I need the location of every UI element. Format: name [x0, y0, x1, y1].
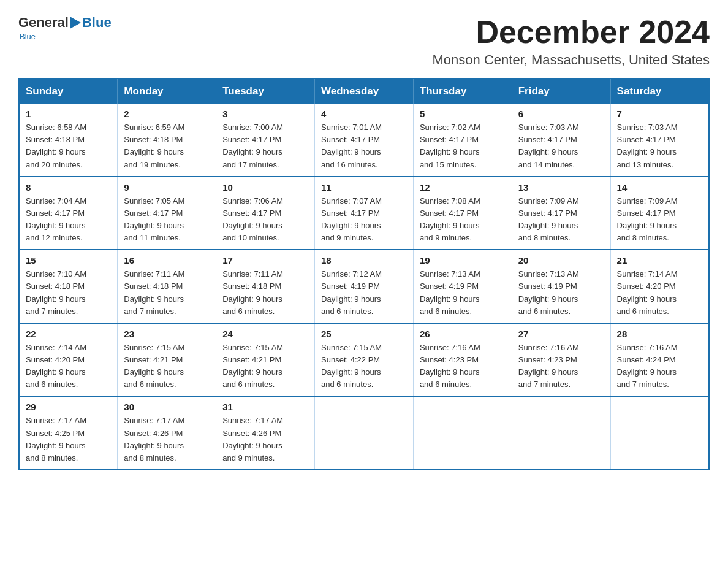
logo-blue-part: Blue	[69, 15, 112, 31]
calendar-cell: 2 Sunrise: 6:59 AM Sunset: 4:18 PM Dayli…	[118, 104, 216, 177]
day-number: 8	[26, 182, 111, 193]
calendar-cell: 25 Sunrise: 7:15 AM Sunset: 4:22 PM Dayl…	[315, 323, 414, 397]
logo-subtitle: Blue	[20, 32, 36, 41]
day-info: Sunrise: 7:15 AM Sunset: 4:21 PM Dayligh…	[124, 343, 184, 389]
day-number: 6	[518, 109, 604, 119]
calendar-cell: 14 Sunrise: 7:09 AM Sunset: 4:17 PM Dayl…	[610, 177, 709, 250]
day-number: 19	[420, 255, 506, 266]
logo-blue-text: Blue	[82, 15, 112, 31]
day-info: Sunrise: 7:02 AM Sunset: 4:17 PM Dayligh…	[420, 123, 480, 169]
day-info: Sunrise: 7:12 AM Sunset: 4:19 PM Dayligh…	[321, 269, 382, 315]
day-info: Sunrise: 7:16 AM Sunset: 4:23 PM Dayligh…	[420, 343, 480, 389]
calendar-cell: 20 Sunrise: 7:13 AM Sunset: 4:19 PM Dayl…	[512, 250, 610, 323]
calendar-cell: 11 Sunrise: 7:07 AM Sunset: 4:17 PM Dayl…	[315, 177, 414, 250]
calendar-cell	[315, 396, 414, 470]
day-number: 25	[321, 329, 407, 339]
logo-triangle-icon	[70, 17, 81, 29]
day-number: 31	[222, 402, 308, 412]
logo-general: General	[18, 15, 69, 31]
page-header: General Blue Blue December 2024 Monson C…	[18, 15, 710, 68]
calendar-cell: 18 Sunrise: 7:12 AM Sunset: 4:19 PM Dayl…	[315, 250, 414, 323]
day-number: 20	[518, 255, 604, 266]
day-number: 22	[26, 329, 111, 339]
day-info: Sunrise: 7:08 AM Sunset: 4:17 PM Dayligh…	[420, 196, 480, 242]
day-number: 13	[518, 182, 604, 193]
day-number: 27	[518, 329, 604, 339]
calendar-cell: 28 Sunrise: 7:16 AM Sunset: 4:24 PM Dayl…	[610, 323, 709, 397]
day-number: 11	[321, 182, 407, 193]
calendar-cell: 30 Sunrise: 7:17 AM Sunset: 4:26 PM Dayl…	[118, 396, 216, 470]
day-info: Sunrise: 7:11 AM Sunset: 4:18 PM Dayligh…	[124, 269, 184, 315]
day-number: 1	[26, 109, 111, 119]
day-number: 10	[222, 182, 308, 193]
calendar-cell: 10 Sunrise: 7:06 AM Sunset: 4:17 PM Dayl…	[216, 177, 315, 250]
calendar-cell	[413, 396, 512, 470]
day-number: 21	[617, 255, 702, 266]
day-number: 16	[124, 255, 210, 266]
calendar-cell: 21 Sunrise: 7:14 AM Sunset: 4:20 PM Dayl…	[610, 250, 709, 323]
calendar-cell: 3 Sunrise: 7:00 AM Sunset: 4:17 PM Dayli…	[216, 104, 315, 177]
header-saturday: Saturday	[610, 79, 709, 104]
title-area: December 2024 Monson Center, Massachuset…	[433, 15, 710, 68]
day-info: Sunrise: 7:13 AM Sunset: 4:19 PM Dayligh…	[518, 269, 579, 315]
calendar-cell: 24 Sunrise: 7:15 AM Sunset: 4:21 PM Dayl…	[216, 323, 315, 397]
day-info: Sunrise: 7:04 AM Sunset: 4:17 PM Dayligh…	[26, 196, 86, 242]
day-info: Sunrise: 7:03 AM Sunset: 4:17 PM Dayligh…	[617, 123, 678, 169]
calendar-cell: 15 Sunrise: 7:10 AM Sunset: 4:18 PM Dayl…	[19, 250, 118, 323]
day-number: 26	[420, 329, 506, 339]
calendar-header-row: SundayMondayTuesdayWednesdayThursdayFrid…	[19, 79, 709, 104]
header-monday: Monday	[118, 79, 216, 104]
day-number: 7	[617, 109, 702, 119]
day-number: 17	[222, 255, 308, 266]
day-number: 29	[26, 402, 111, 412]
day-info: Sunrise: 7:15 AM Sunset: 4:22 PM Dayligh…	[321, 343, 382, 389]
logo: General Blue Blue	[18, 15, 112, 41]
calendar-cell: 9 Sunrise: 7:05 AM Sunset: 4:17 PM Dayli…	[118, 177, 216, 250]
calendar-cell: 17 Sunrise: 7:11 AM Sunset: 4:18 PM Dayl…	[216, 250, 315, 323]
calendar-cell: 19 Sunrise: 7:13 AM Sunset: 4:19 PM Dayl…	[413, 250, 512, 323]
calendar-cell: 5 Sunrise: 7:02 AM Sunset: 4:17 PM Dayli…	[413, 104, 512, 177]
calendar-subtitle: Monson Center, Massachusetts, United Sta…	[433, 52, 710, 68]
day-info: Sunrise: 7:17 AM Sunset: 4:26 PM Dayligh…	[124, 416, 184, 462]
day-number: 30	[124, 402, 210, 412]
calendar-cell: 22 Sunrise: 7:14 AM Sunset: 4:20 PM Dayl…	[19, 323, 118, 397]
calendar-cell: 26 Sunrise: 7:16 AM Sunset: 4:23 PM Dayl…	[413, 323, 512, 397]
day-info: Sunrise: 7:07 AM Sunset: 4:17 PM Dayligh…	[321, 196, 382, 242]
calendar-week-row: 1 Sunrise: 6:58 AM Sunset: 4:18 PM Dayli…	[19, 104, 709, 177]
day-info: Sunrise: 7:09 AM Sunset: 4:17 PM Dayligh…	[518, 196, 579, 242]
calendar-week-row: 22 Sunrise: 7:14 AM Sunset: 4:20 PM Dayl…	[19, 323, 709, 397]
calendar-cell: 16 Sunrise: 7:11 AM Sunset: 4:18 PM Dayl…	[118, 250, 216, 323]
day-number: 14	[617, 182, 702, 193]
calendar-table: SundayMondayTuesdayWednesdayThursdayFrid…	[18, 78, 710, 470]
day-number: 18	[321, 255, 407, 266]
day-number: 15	[26, 255, 111, 266]
day-info: Sunrise: 7:11 AM Sunset: 4:18 PM Dayligh…	[222, 269, 283, 315]
day-number: 23	[124, 329, 210, 339]
calendar-cell: 13 Sunrise: 7:09 AM Sunset: 4:17 PM Dayl…	[512, 177, 610, 250]
day-number: 28	[617, 329, 702, 339]
header-wednesday: Wednesday	[315, 79, 414, 104]
day-info: Sunrise: 7:14 AM Sunset: 4:20 PM Dayligh…	[26, 343, 86, 389]
calendar-cell: 12 Sunrise: 7:08 AM Sunset: 4:17 PM Dayl…	[413, 177, 512, 250]
day-info: Sunrise: 7:16 AM Sunset: 4:23 PM Dayligh…	[518, 343, 579, 389]
calendar-title: December 2024	[433, 15, 710, 50]
day-number: 24	[222, 329, 308, 339]
day-info: Sunrise: 7:10 AM Sunset: 4:18 PM Dayligh…	[26, 269, 86, 315]
calendar-cell: 29 Sunrise: 7:17 AM Sunset: 4:25 PM Dayl…	[19, 396, 118, 470]
day-info: Sunrise: 7:15 AM Sunset: 4:21 PM Dayligh…	[222, 343, 283, 389]
day-info: Sunrise: 7:17 AM Sunset: 4:25 PM Dayligh…	[26, 416, 86, 462]
day-info: Sunrise: 7:14 AM Sunset: 4:20 PM Dayligh…	[617, 269, 678, 315]
day-number: 5	[420, 109, 506, 119]
calendar-week-row: 29 Sunrise: 7:17 AM Sunset: 4:25 PM Dayl…	[19, 396, 709, 470]
calendar-cell: 23 Sunrise: 7:15 AM Sunset: 4:21 PM Dayl…	[118, 323, 216, 397]
calendar-cell: 27 Sunrise: 7:16 AM Sunset: 4:23 PM Dayl…	[512, 323, 610, 397]
header-sunday: Sunday	[19, 79, 118, 104]
day-info: Sunrise: 7:01 AM Sunset: 4:17 PM Dayligh…	[321, 123, 382, 169]
day-info: Sunrise: 7:13 AM Sunset: 4:19 PM Dayligh…	[420, 269, 480, 315]
day-info: Sunrise: 7:06 AM Sunset: 4:17 PM Dayligh…	[222, 196, 283, 242]
day-info: Sunrise: 6:59 AM Sunset: 4:18 PM Dayligh…	[124, 123, 184, 169]
header-thursday: Thursday	[413, 79, 512, 104]
day-info: Sunrise: 7:00 AM Sunset: 4:17 PM Dayligh…	[222, 123, 283, 169]
day-number: 9	[124, 182, 210, 193]
calendar-cell: 8 Sunrise: 7:04 AM Sunset: 4:17 PM Dayli…	[19, 177, 118, 250]
